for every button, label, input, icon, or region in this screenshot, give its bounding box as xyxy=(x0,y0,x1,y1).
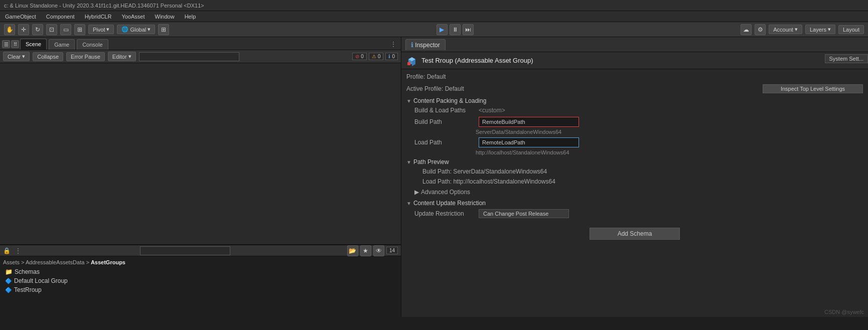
inspect-top-level-btn[interactable]: Inspect Top Level Settings xyxy=(763,84,863,93)
menu-component[interactable]: Component xyxy=(44,13,77,21)
breadcrumb-assetgroups[interactable]: AssetGroups xyxy=(91,259,125,265)
info-count: 0 xyxy=(392,54,395,59)
folder-open-icon[interactable]: 📂 xyxy=(347,245,358,256)
path-preview-label: Path Preview xyxy=(413,158,449,166)
tree-item-default-local-group[interactable]: 🔷 Default Local Group xyxy=(5,276,398,285)
settings-btn[interactable]: ⚙ xyxy=(755,24,766,35)
favorite-icon[interactable]: ★ xyxy=(360,245,371,256)
eye-icon[interactable]: 👁 xyxy=(373,245,384,256)
step-btn[interactable]: ⏭ xyxy=(463,24,474,35)
inspector-tab-label: Inspector xyxy=(415,42,440,49)
advanced-options-label: Advanced Options xyxy=(421,189,470,196)
menu-gameobject[interactable]: GameObject xyxy=(3,13,38,21)
schemas-label: Schemas xyxy=(15,268,40,275)
load-path-input[interactable] xyxy=(479,137,579,147)
inspector-header: ℹ Inspector xyxy=(401,37,868,52)
menu-hybridclr[interactable]: HybridCLR xyxy=(83,13,114,21)
toolbar-center: ▶ ⏸ ⏭ xyxy=(437,24,474,35)
account-label: Account xyxy=(773,27,793,33)
inspector-title-bar: Test Rroup (Addressable Asset Group) xyxy=(401,52,868,69)
advanced-options-row[interactable]: ▶ Advanced Options xyxy=(406,187,863,198)
pivot-dropdown-icon: ▾ xyxy=(106,26,109,33)
pause-btn[interactable]: ⏸ xyxy=(450,24,461,35)
folder-icon-schemas: 📁 xyxy=(5,268,13,275)
test-rroup-label: TestRroup xyxy=(14,286,42,293)
content-packing-triangle: ▼ xyxy=(406,98,411,104)
pivot-label: Pivot xyxy=(93,27,105,33)
breadcrumb-addressable[interactable]: AddressableAssetsData xyxy=(26,259,84,265)
menu-yooasset[interactable]: YooAsset xyxy=(119,13,147,21)
scale-tool-btn[interactable]: ⊡ xyxy=(46,24,57,35)
grid-btn[interactable]: ⊞ xyxy=(158,24,169,35)
menu-window[interactable]: Window xyxy=(153,13,177,21)
console-search-input[interactable] xyxy=(139,52,239,61)
clear-btn[interactable]: Clear ▾ xyxy=(3,52,30,61)
error-pause-label: Error Pause xyxy=(71,54,100,60)
build-path-input[interactable] xyxy=(479,117,579,127)
tabs-row: ☰ ⠿ Scene Game Console ⋮ xyxy=(0,37,401,50)
update-restriction-label: Update Restriction xyxy=(414,210,475,217)
content-packing-header[interactable]: ▼ Content Packing & Loading xyxy=(406,95,863,105)
load-path-label: Load Path xyxy=(414,139,475,146)
rect-tool-btn[interactable]: ▭ xyxy=(60,24,71,35)
system-settings-btn[interactable]: System Sett... xyxy=(825,54,868,63)
bottom-toolbar-left: 🔒 ⋮ xyxy=(3,247,24,255)
error-icon: ⊘ xyxy=(355,54,359,59)
layout-label: Layout xyxy=(843,27,859,33)
tab-scene[interactable]: Scene xyxy=(20,39,47,50)
path-preview-header[interactable]: ▼ Path Preview xyxy=(406,156,863,167)
add-schema-btn[interactable]: Add Schema xyxy=(590,228,680,240)
profile-row: Profile: Default xyxy=(406,73,863,80)
inspector-title: Test Rroup (Addressable Asset Group) xyxy=(421,57,533,64)
load-path-preview: Load Path: http://localhost/StandaloneWi… xyxy=(414,178,863,185)
move-tool-btn[interactable]: ✛ xyxy=(18,24,29,35)
build-path-preview: Build Path: ServerData/StandaloneWindows… xyxy=(414,168,863,175)
collapse-btn[interactable]: Collapse xyxy=(33,52,63,61)
tree-item-schemas[interactable]: 📁 Schemas xyxy=(5,267,398,276)
editor-btn[interactable]: Editor ▾ xyxy=(108,52,136,61)
layers-btn[interactable]: Layers ▾ xyxy=(805,25,835,34)
breadcrumb-assets[interactable]: Assets xyxy=(3,259,20,265)
breadcrumb-sep2: > xyxy=(86,259,90,265)
console-toolbar: Clear ▾ Collapse Error Pause Editor ▾ ⊘ … xyxy=(0,50,401,63)
toolbar: ✋ ✛ ↻ ⊡ ▭ ⊞ Pivot ▾ 🌐 Global ▾ ⊞ ▶ ⏸ ⏭ ☁… xyxy=(0,22,868,37)
bottom-lock-icon[interactable]: 🔒 xyxy=(3,247,11,254)
active-profile-label: Active Profile: Default xyxy=(406,85,464,92)
play-btn[interactable]: ▶ xyxy=(437,24,448,35)
transform-tool-btn[interactable]: ⊞ xyxy=(74,24,85,35)
bottom-menu-icon[interactable]: ⋮ xyxy=(13,247,24,255)
bottom-search-input[interactable] xyxy=(140,246,230,255)
tab-game[interactable]: Game xyxy=(49,39,75,50)
add-schema-container: Add Schema xyxy=(406,220,863,248)
active-profile-row: Active Profile: Default Inspect Top Leve… xyxy=(406,84,863,93)
toolbar-right: ☁ ⚙ Account ▾ Layers ▾ Layout xyxy=(741,24,864,35)
tabs-menu-icon[interactable]: ⋮ xyxy=(388,40,399,48)
clear-label: Clear xyxy=(8,54,21,60)
global-btn[interactable]: 🌐 Global ▾ xyxy=(117,25,155,34)
warn-badge: ⚠ 0 xyxy=(369,53,384,60)
account-btn[interactable]: Account ▾ xyxy=(769,25,802,34)
tree-item-test-rroup[interactable]: 🔷 TestRroup xyxy=(5,285,398,294)
asset-icon-test-rroup: 🔷 xyxy=(5,287,12,293)
warn-icon: ⚠ xyxy=(372,54,376,59)
menu-help[interactable]: Help xyxy=(183,13,198,21)
bottom-icon-group: 📂 ★ 👁 14 xyxy=(347,245,398,256)
pivot-btn[interactable]: Pivot ▾ xyxy=(88,25,114,34)
layout-btn[interactable]: Layout xyxy=(838,25,864,34)
path-preview-triangle: ▼ xyxy=(406,159,411,165)
hand-tool-btn[interactable]: ✋ xyxy=(4,24,15,35)
cloud-btn[interactable]: ☁ xyxy=(741,24,752,35)
global-icon: 🌐 xyxy=(121,26,128,33)
tab-console[interactable]: Console xyxy=(77,39,108,50)
asset-icon-default-local: 🔷 xyxy=(5,278,12,284)
rotate-tool-btn[interactable]: ↻ xyxy=(32,24,43,35)
file-tree: 📁 Schemas 🔷 Default Local Group 🔷 TestRr… xyxy=(3,267,398,294)
error-pause-btn[interactable]: Error Pause xyxy=(66,52,105,61)
build-load-paths-value: <custom> xyxy=(479,107,863,114)
inspector-tab[interactable]: ℹ Inspector xyxy=(405,39,446,50)
content-update-header[interactable]: ▼ Content Update Restriction xyxy=(406,198,863,208)
badge-group: ⊘ 0 ⚠ 0 ℹ 0 xyxy=(352,53,398,60)
update-restriction-value[interactable]: Can Change Post Release xyxy=(479,209,569,218)
file-count: 14 xyxy=(389,248,395,253)
content-update-triangle: ▼ xyxy=(406,201,411,206)
